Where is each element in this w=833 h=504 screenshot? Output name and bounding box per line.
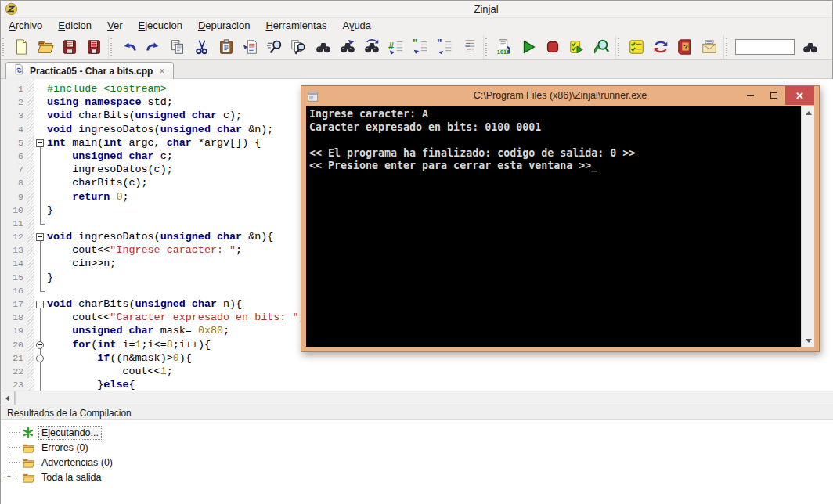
editor-horizontal-scrollbar[interactable] — [1, 391, 833, 405]
menu-edicion[interactable]: Edicion — [50, 18, 99, 34]
minimize-button[interactable] — [738, 86, 762, 105]
console-output[interactable]: Ingrese caracter: ACaracter expresado en… — [306, 106, 801, 347]
code-line[interactable]: 21 if((n&mask)>0){ — [1, 351, 833, 365]
tasks-list-button[interactable] — [624, 35, 648, 59]
svg-text:": " — [412, 38, 417, 49]
fold-collapse-icon[interactable] — [36, 233, 44, 241]
console-scrollbar[interactable] — [801, 106, 814, 347]
replace-button[interactable] — [359, 35, 384, 59]
chevron-down-icon — [806, 339, 812, 343]
scrollbar-thumb[interactable] — [16, 391, 833, 405]
find-in-files-icon — [290, 38, 308, 56]
tab-bar: Practica05 - Char a bits.cpp × — [1, 60, 832, 79]
compile-button[interactable]: 1010 — [492, 35, 516, 59]
menu-archivo[interactable]: Archivo — [1, 18, 50, 34]
new-file-button[interactable] — [9, 35, 33, 59]
quick-find-button[interactable] — [262, 35, 287, 59]
save-file-icon — [61, 38, 78, 56]
grip-handle-icon[interactable] — [485, 38, 489, 56]
tree-item[interactable]: Errores (0) — [1, 440, 833, 455]
tree-item[interactable]: Ejecutando... — [1, 425, 833, 440]
paste-file-button[interactable] — [238, 35, 262, 59]
grip-handle-icon[interactable] — [2, 38, 5, 56]
cut-button[interactable] — [189, 35, 214, 59]
open-file-button[interactable] — [33, 35, 57, 59]
send-feedback-button[interactable] — [697, 35, 721, 59]
grip-handle-icon[interactable] — [110, 38, 114, 56]
stop-button[interactable] — [540, 35, 564, 59]
menu-ayuda[interactable]: Ayuda — [334, 18, 379, 34]
undo-button[interactable] — [117, 35, 141, 59]
save-file-button[interactable] — [57, 35, 81, 59]
find-button[interactable] — [311, 35, 335, 59]
modified-file-icon — [13, 63, 25, 78]
panel-title: Resultados de la Compilacion — [1, 405, 833, 420]
maximize-button[interactable] — [762, 86, 785, 105]
find-next-button[interactable] — [335, 35, 359, 59]
tree-item[interactable]: +Toda la salida — [1, 470, 833, 484]
find-icon — [315, 38, 332, 56]
close-button[interactable]: ✕ — [785, 86, 814, 105]
menu-depuracion[interactable]: Depuracion — [190, 18, 258, 34]
new-file-icon — [13, 38, 30, 56]
tree-item-label: Toda la salida — [39, 471, 103, 484]
search-button[interactable] — [798, 35, 822, 59]
expand-plus-icon[interactable]: + — [5, 473, 13, 481]
code-line[interactable]: 23 }else{ — [1, 378, 833, 391]
console-title-bar[interactable]: C:\Program Files (x86)\Zinjal\runner.exe… — [301, 86, 819, 106]
svg-text:?: ? — [683, 42, 688, 50]
send-feedback-icon — [701, 38, 718, 56]
menu-ver[interactable]: Ver — [99, 18, 131, 34]
format-code-button[interactable] — [456, 35, 481, 59]
console-line: Caracter expresado en bits: 0100 0001 — [309, 121, 798, 135]
replace-icon — [363, 38, 380, 56]
compile-and-run-button[interactable] — [564, 35, 589, 59]
fold-collapse-icon[interactable] — [36, 301, 44, 308]
menu-ejecucion[interactable]: Ejecucion — [131, 18, 190, 34]
undo-icon — [121, 38, 138, 56]
menu-herramientas[interactable]: Herramientas — [258, 18, 334, 34]
copy-icon — [169, 38, 186, 56]
redo-icon — [145, 38, 162, 56]
scroll-left-button[interactable] — [1, 391, 15, 405]
redo-button[interactable] — [141, 35, 165, 59]
cut-icon — [193, 38, 211, 56]
grip-handle-icon[interactable] — [618, 38, 621, 56]
fold-collapse-icon[interactable] — [36, 355, 44, 362]
scroll-down-button[interactable] — [802, 334, 815, 347]
fold-margin — [34, 176, 47, 189]
goto-line-button[interactable]: # — [384, 35, 408, 59]
uncomment-button[interactable]: " — [432, 35, 456, 59]
tab-practica05[interactable]: Practica05 - Char a bits.cpp × — [5, 62, 174, 79]
fold-margin — [34, 297, 47, 311]
fold-collapse-icon[interactable] — [36, 139, 44, 147]
window-title: Zinjal — [474, 3, 498, 15]
help-button[interactable]: ? — [673, 35, 697, 59]
paste-file-icon — [242, 38, 259, 56]
fold-margin — [34, 230, 47, 243]
toolbar-search-input[interactable] — [735, 39, 795, 55]
runner-console-window[interactable]: C:\Program Files (x86)\Zinjal\runner.exe… — [301, 85, 820, 352]
copy-button[interactable] — [165, 35, 189, 59]
find-in-files-button[interactable] — [287, 35, 311, 59]
grip-handle-icon[interactable] — [726, 38, 729, 56]
comment-button[interactable]: " — [408, 35, 432, 59]
code-line[interactable]: 22 cout<<1; — [1, 365, 833, 378]
save-all-button[interactable] — [81, 35, 106, 59]
fold-margin — [34, 203, 47, 217]
line-number: 2 — [1, 95, 27, 109]
fold-collapse-icon[interactable] — [36, 341, 44, 349]
toolbar-group — [723, 35, 824, 59]
tree-item[interactable]: Advertencias (0) — [1, 455, 833, 470]
paste-button[interactable] — [214, 35, 238, 59]
run-button[interactable] — [516, 35, 540, 59]
line-number: 18 — [1, 311, 27, 324]
tab-close-icon[interactable]: × — [157, 66, 166, 77]
debug-button[interactable] — [589, 35, 613, 59]
scroll-up-button[interactable] — [802, 106, 815, 119]
code-text: cout<<1; — [47, 365, 833, 378]
swap-source-header-button[interactable] — [648, 35, 673, 59]
line-number: 6 — [1, 149, 27, 163]
running-icon — [22, 427, 36, 439]
tree-item-label: Ejecutando... — [39, 427, 101, 439]
